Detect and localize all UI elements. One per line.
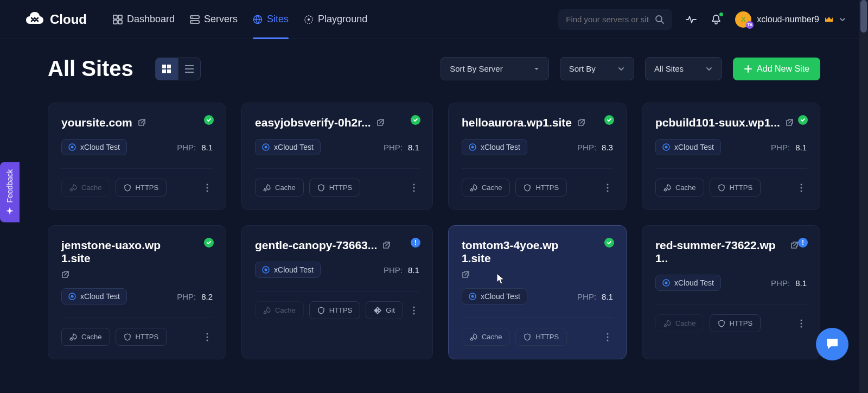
- site-card[interactable]: red-summer-73622.wp1.. ! xCloud Test PHP…: [642, 225, 820, 359]
- add-new-site-button[interactable]: Add New Site: [733, 58, 820, 80]
- cloud-icon: [469, 143, 476, 151]
- server-pill[interactable]: xCloud Test: [255, 139, 321, 155]
- server-pill[interactable]: xCloud Test: [655, 275, 721, 291]
- external-link-icon[interactable]: [790, 241, 799, 249]
- site-name: pcbuild101-suux.wp1...: [655, 116, 780, 129]
- card-actions: Cache HTTPS: [462, 318, 613, 346]
- filter-dropdown[interactable]: All Sites: [645, 57, 722, 80]
- cache-button[interactable]: Cache: [255, 301, 304, 319]
- status-icon: !: [411, 238, 420, 248]
- cache-button[interactable]: Cache: [61, 179, 110, 196]
- header: Cloud Dashboard Servers Sites Playground: [0, 0, 868, 39]
- server-pill[interactable]: xCloud Test: [462, 288, 527, 305]
- nav-dashboard[interactable]: Dashboard: [113, 0, 175, 39]
- svg-point-43: [207, 339, 208, 341]
- svg-point-27: [413, 187, 414, 188]
- card-actions: Cache HTTPS: [655, 168, 807, 196]
- site-name: helloaurora.wp1.site: [462, 116, 572, 129]
- external-link-icon[interactable]: [376, 118, 385, 126]
- site-card[interactable]: pcbuild101-suux.wp1... xCloud Test PHP: …: [642, 103, 820, 210]
- site-card[interactable]: helloaurora.wp1.site xCloud Test PHP: 8.…: [448, 103, 627, 210]
- server-pill[interactable]: xCloud Test: [255, 262, 321, 278]
- scrollbar[interactable]: [859, 0, 868, 393]
- status-icon: !: [798, 238, 808, 248]
- card-menu-button[interactable]: [602, 331, 613, 344]
- logo[interactable]: Cloud: [24, 10, 87, 29]
- list-view-button[interactable]: [178, 58, 201, 80]
- cache-button[interactable]: Cache: [61, 328, 110, 346]
- shield-icon: [124, 333, 131, 341]
- activity-icon[interactable]: [685, 14, 697, 26]
- search-box[interactable]: [558, 9, 672, 30]
- https-button[interactable]: HTTPS: [116, 179, 167, 196]
- server-pill[interactable]: xCloud Test: [655, 139, 721, 155]
- https-button[interactable]: HTTPS: [515, 328, 567, 346]
- https-button[interactable]: HTTPS: [116, 328, 167, 346]
- external-link-icon[interactable]: [382, 241, 391, 249]
- action-label: Cache: [81, 333, 102, 341]
- external-link-icon[interactable]: [61, 270, 190, 278]
- cache-button[interactable]: Cache: [655, 314, 704, 332]
- cloud-icon: [262, 266, 270, 274]
- crown-icon: [825, 16, 833, 23]
- cache-button[interactable]: Cache: [655, 179, 704, 196]
- view-toggle: [155, 58, 201, 80]
- cache-button[interactable]: Cache: [462, 179, 510, 196]
- svg-point-20: [71, 146, 74, 149]
- server-pill[interactable]: xCloud Test: [61, 288, 127, 305]
- svg-rect-0: [113, 15, 117, 19]
- card-meta: xCloud Test PHP: 8.1: [655, 275, 807, 291]
- php-version: 8.1: [201, 143, 213, 152]
- shield-icon: [524, 333, 531, 341]
- site-card[interactable]: easyjobsverify-0h2r... xCloud Test PHP: …: [241, 103, 433, 210]
- status-icon: [411, 115, 420, 125]
- svg-rect-1: [118, 15, 122, 19]
- https-button[interactable]: HTTPS: [515, 179, 567, 196]
- nav-sites[interactable]: Sites: [253, 0, 289, 39]
- card-actions: Cache HTTPS: [655, 304, 807, 332]
- logo-text: Cloud: [50, 12, 87, 27]
- server-pill[interactable]: xCloud Test: [462, 139, 527, 155]
- card-menu-button[interactable]: [202, 331, 213, 344]
- card-menu-button[interactable]: [202, 181, 213, 194]
- external-link-icon[interactable]: [138, 118, 146, 126]
- site-card[interactable]: tomtom3-4yoe.wp1.site xCloud Test PHP: 8…: [448, 225, 627, 359]
- site-card[interactable]: yoursite.com xCloud Test PHP: 8.1 Cache …: [48, 103, 226, 210]
- site-card[interactable]: gentle-canopy-73663... ! xCloud Test PHP…: [241, 225, 433, 359]
- card-menu-button[interactable]: [796, 317, 807, 330]
- svg-point-45: [265, 269, 267, 271]
- feedback-tab[interactable]: Feedback: [0, 162, 20, 222]
- site-card[interactable]: jemstone-uaxo.wp1.site xCloud Test PHP: …: [48, 225, 226, 359]
- https-button[interactable]: HTTPS: [710, 179, 761, 196]
- external-link-icon[interactable]: [462, 270, 588, 278]
- git-button[interactable]: Git: [366, 301, 403, 319]
- user-menu[interactable]: X TA xcloud-number9: [735, 11, 846, 28]
- card-menu-button[interactable]: [796, 181, 807, 194]
- svg-point-30: [471, 146, 474, 149]
- cache-button[interactable]: Cache: [255, 179, 304, 196]
- card-menu-button[interactable]: [409, 181, 419, 194]
- status-icon: [204, 238, 214, 248]
- globe-icon: [253, 15, 263, 24]
- card-menu-button[interactable]: [409, 304, 419, 317]
- bell-icon[interactable]: [710, 14, 722, 26]
- grid-view-button[interactable]: [155, 58, 178, 80]
- external-link-icon[interactable]: [577, 118, 585, 126]
- sort-by-server-dropdown[interactable]: Sort By Server: [441, 57, 549, 80]
- nav-label: Servers: [204, 14, 238, 25]
- https-button[interactable]: HTTPS: [309, 301, 361, 319]
- scrollbar-thumb[interactable]: [860, 0, 867, 33]
- search-input[interactable]: [566, 15, 649, 24]
- sort-by-dropdown[interactable]: Sort By: [560, 57, 634, 80]
- chat-button[interactable]: [816, 328, 848, 360]
- php-label: PHP:: [177, 292, 196, 301]
- nav-servers[interactable]: Servers: [190, 0, 238, 39]
- cache-button[interactable]: Cache: [462, 328, 510, 346]
- https-button[interactable]: HTTPS: [309, 179, 361, 196]
- external-link-icon[interactable]: [786, 118, 794, 126]
- nav-playground[interactable]: Playground: [304, 0, 367, 39]
- header-right: X TA xcloud-number9: [558, 9, 846, 30]
- https-button[interactable]: HTTPS: [710, 314, 761, 332]
- card-menu-button[interactable]: [602, 181, 613, 194]
- server-pill[interactable]: xCloud Test: [61, 139, 127, 155]
